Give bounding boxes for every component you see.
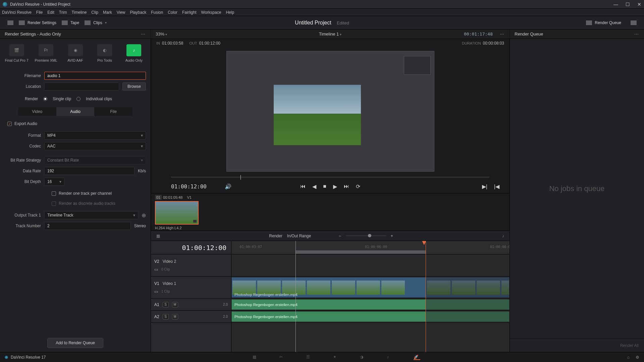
menu-file[interactable]: File bbox=[36, 10, 43, 15]
v1-toggle-icon[interactable]: ▭ bbox=[154, 289, 158, 294]
bit-depth-select[interactable]: 16 bbox=[44, 178, 64, 186]
browse-button[interactable]: Browse bbox=[122, 82, 146, 90]
menu-help[interactable]: Help bbox=[226, 10, 234, 15]
location-input[interactable] bbox=[44, 82, 119, 90]
maximize-button[interactable]: ☐ bbox=[626, 2, 630, 7]
scrub-bar[interactable] bbox=[151, 175, 509, 180]
track-header-v2[interactable]: V2Video 2 ▭0 Clip bbox=[151, 254, 231, 277]
render-queue-menu-icon[interactable]: ⋯ bbox=[634, 32, 639, 37]
track-row-v2[interactable] bbox=[231, 254, 509, 277]
add-output-track-button[interactable]: ⊕ bbox=[142, 212, 146, 219]
video-clip-v1[interactable]: Photoshop Regenbogen erstellen.mp4 bbox=[231, 277, 426, 298]
audio-clip-a2-out[interactable] bbox=[426, 311, 509, 322]
timeline-view-options-icon[interactable]: ▦ bbox=[156, 234, 160, 238]
workspace-layout-button[interactable] bbox=[628, 19, 639, 26]
video-clip-v1-out[interactable] bbox=[426, 277, 509, 298]
viewer-zoom[interactable]: 33% bbox=[156, 32, 167, 37]
monitor-toggle[interactable] bbox=[5, 19, 16, 26]
viewer-area[interactable] bbox=[151, 48, 509, 175]
tab-audio[interactable]: Audio bbox=[56, 107, 95, 116]
last-frame-button[interactable]: ⏭ bbox=[344, 183, 349, 189]
audio-clip-a1-out[interactable] bbox=[426, 299, 509, 310]
preset-pro-tools[interactable]: ◐Pro Tools bbox=[91, 42, 118, 64]
page-color[interactable]: ◑ bbox=[360, 355, 367, 360]
zoom-out-button[interactable]: − bbox=[339, 234, 341, 238]
track-row-v1[interactable]: Photoshop Regenbogen erstellen.mp4 bbox=[231, 277, 509, 299]
a2-mute-button[interactable]: M bbox=[172, 314, 178, 319]
add-to-render-queue-button[interactable]: Add to Render Queue bbox=[47, 338, 103, 348]
track-row-a2[interactable]: Photoshop Regenbogen erstellen.mp4 bbox=[231, 311, 509, 323]
clip-thumbnail[interactable] bbox=[155, 201, 199, 225]
menu-timeline[interactable]: Timeline bbox=[71, 10, 87, 15]
codec-select[interactable]: AAC bbox=[44, 142, 146, 150]
audio-mute-icon[interactable]: 🔊 bbox=[225, 183, 231, 190]
audio-clip-a2[interactable]: Photoshop Regenbogen erstellen.mp4 bbox=[231, 311, 426, 322]
page-media[interactable]: ▦ bbox=[253, 355, 259, 360]
export-audio-checkbox[interactable] bbox=[7, 122, 12, 126]
render-settings-menu-icon[interactable]: ⋯ bbox=[141, 32, 146, 37]
viewer-menu-icon[interactable]: ⋯ bbox=[500, 32, 505, 37]
prev-clip-button[interactable]: |◀ bbox=[494, 183, 499, 190]
clip-card[interactable]: 0100:01:05:48 V1 H.264 High L4.2 bbox=[155, 195, 199, 230]
home-icon[interactable]: ⌂ bbox=[627, 355, 630, 360]
track-header-a2[interactable]: A2 S M 2.0 bbox=[151, 311, 231, 323]
one-track-per-channel-checkbox[interactable] bbox=[52, 191, 56, 196]
menu-mark[interactable]: Mark bbox=[103, 10, 112, 15]
page-edit[interactable]: ☰ bbox=[306, 355, 313, 360]
close-button[interactable]: ✕ bbox=[637, 2, 641, 7]
tab-file[interactable]: File bbox=[94, 107, 132, 116]
timeline-head-timecode[interactable]: 01:00:12:00 bbox=[151, 241, 231, 254]
render-range-indicator[interactable] bbox=[296, 250, 426, 254]
menu-edit[interactable]: Edit bbox=[47, 10, 54, 15]
audio-clip-a1[interactable]: Photoshop Regenbogen erstellen.mp4 bbox=[231, 299, 426, 310]
track-number-input[interactable] bbox=[44, 222, 131, 230]
menu-view[interactable]: View bbox=[117, 10, 125, 15]
v2-toggle-icon[interactable]: ▭ bbox=[154, 267, 158, 272]
single-clip-radio[interactable] bbox=[43, 97, 47, 101]
stop-button[interactable]: ■ bbox=[323, 183, 326, 189]
fairlight-icon[interactable]: ♪ bbox=[502, 234, 504, 238]
page-cut[interactable]: ✂ bbox=[279, 355, 286, 360]
loop-button[interactable]: ⟳ bbox=[356, 183, 360, 190]
page-fusion[interactable]: ✦ bbox=[333, 355, 340, 360]
clips-dropdown[interactable]: Clips bbox=[82, 19, 109, 26]
settings-icon[interactable]: ⚙ bbox=[636, 355, 639, 360]
menu-davinci-resolve[interactable]: DaVinci Resolve bbox=[2, 10, 32, 15]
zoom-in-button[interactable]: + bbox=[391, 234, 393, 238]
menu-clip[interactable]: Clip bbox=[91, 10, 98, 15]
reverse-button[interactable]: ◀ bbox=[312, 183, 316, 190]
tape-toggle[interactable]: Tape bbox=[59, 19, 82, 26]
zoom-slider[interactable] bbox=[346, 235, 386, 236]
output-track-select[interactable]: Timeline Track bbox=[44, 211, 138, 219]
render-settings-toggle[interactable]: Render Settings bbox=[16, 19, 59, 26]
render-range-select[interactable]: In/Out Range bbox=[287, 234, 334, 238]
data-rate-input[interactable] bbox=[44, 167, 135, 175]
playhead-line[interactable] bbox=[426, 241, 426, 352]
filename-input[interactable] bbox=[44, 72, 146, 80]
a1-solo-button[interactable]: S bbox=[163, 302, 169, 307]
preset-premiere-xml[interactable]: PrPremiere XML bbox=[32, 42, 60, 64]
render-queue-toggle[interactable]: Render Queue bbox=[583, 19, 624, 26]
menu-fusion[interactable]: Fusion bbox=[151, 10, 163, 15]
timeline-name[interactable]: Timeline 1 bbox=[319, 32, 341, 37]
transport-timecode[interactable]: 01:00:12:00 bbox=[171, 183, 207, 190]
preset-avid-aaf[interactable]: ◉AVID AAF bbox=[61, 42, 89, 64]
menu-playback[interactable]: Playback bbox=[130, 10, 146, 15]
play-button[interactable]: ▶ bbox=[333, 183, 337, 190]
tab-video[interactable]: Video bbox=[18, 107, 56, 116]
format-select[interactable]: MP4 bbox=[44, 131, 146, 139]
timeline-ruler[interactable]: 01:00:03:07 01:00:06:00 01:00:08:07 bbox=[231, 241, 509, 254]
timeline-body[interactable]: 01:00:03:07 01:00:06:00 01:00:08:07 Phot… bbox=[231, 241, 509, 352]
menu-color[interactable]: Color bbox=[168, 10, 177, 15]
menu-workspace[interactable]: Workspace bbox=[201, 10, 221, 15]
preset-final-cut-pro-7[interactable]: 🎬Final Cut Pro 7 bbox=[3, 42, 31, 64]
track-header-v1[interactable]: V1Video 1 ▭1 Clip bbox=[151, 277, 231, 299]
a1-mute-button[interactable]: M bbox=[172, 302, 178, 307]
page-fairlight[interactable]: ♪ bbox=[387, 355, 393, 360]
scrub-playhead[interactable] bbox=[240, 175, 241, 180]
in-timecode[interactable]: 01:00:03:58 bbox=[162, 41, 183, 46]
out-timecode[interactable]: 01:00:12:00 bbox=[199, 41, 220, 46]
next-clip-button[interactable]: ▶| bbox=[482, 183, 487, 190]
menu-fairlight[interactable]: Fairlight bbox=[182, 10, 197, 15]
track-header-a1[interactable]: A1 S M 2.0 bbox=[151, 299, 231, 311]
